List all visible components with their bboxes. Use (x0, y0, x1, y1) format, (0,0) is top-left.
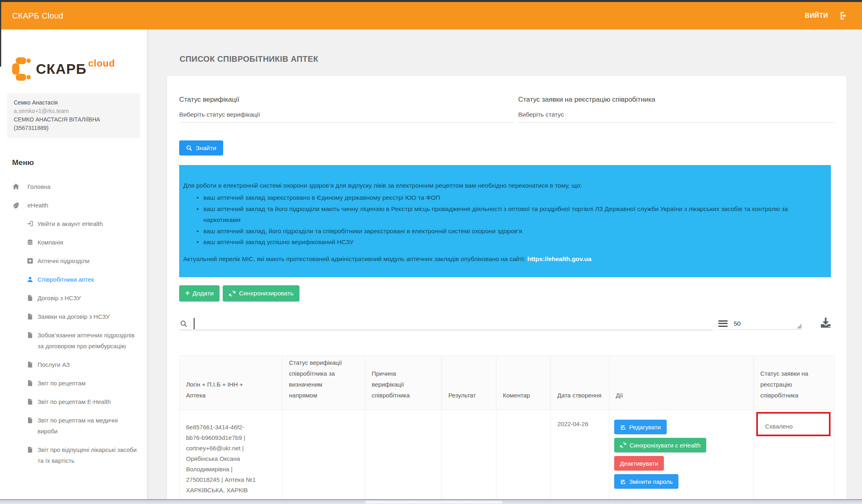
list-controls: 50 (179, 318, 834, 330)
column-verification-status: Статус верифікації співробітника за визн… (282, 356, 365, 410)
sync-ehealth-button[interactable]: Синхронізувати с eHealth (614, 438, 706, 452)
user-email: a.semko+1@rks.team (14, 107, 134, 115)
text-cursor (194, 318, 195, 329)
content-card: Статус верифікації Виберіть статус вериф… (167, 76, 846, 499)
database-icon (27, 239, 33, 246)
find-button-label: Знайти (196, 144, 216, 152)
add-button[interactable]: + Додати (179, 285, 220, 301)
ehealth-notice-box: Для роботи в електронній системі охорони… (179, 165, 831, 277)
sidebar-item-label: Аптечні підрозділи (38, 255, 90, 266)
add-button-label: Додати (192, 290, 213, 297)
notice-intro: Для роботи в електронній системі охорони… (183, 180, 819, 191)
notice-bullet: ваш аптечний заклад, його підрозділи та … (183, 226, 819, 237)
plus-square-icon (27, 257, 33, 264)
request-status-select[interactable]: Виберіть статус (518, 111, 834, 123)
ehealth-site-link[interactable]: https://ehealth.gov.ua (527, 255, 592, 262)
sidebar-item-company[interactable]: Компанія (0, 233, 147, 252)
cell-verification-status (282, 410, 365, 500)
sidebar-item-nszu-contract[interactable]: Договір з НСЗУ (0, 289, 147, 307)
cell-actions: Редагувати Синхронізувати с eHealth Деак… (609, 410, 754, 500)
sidebar-item-pharmacy-staff[interactable]: Співробітники аптек (0, 270, 147, 289)
table-toolbar: + Додати Синхронизировать (179, 285, 834, 301)
logout-button[interactable]: ВИЙТИ (805, 12, 828, 19)
cell-verification-reason (365, 410, 442, 500)
status-value: Схвалено (765, 423, 793, 430)
sync-button-label: Синхронизировать (239, 290, 293, 297)
column-actions: Дії (609, 356, 754, 410)
sidebar-item-label: Співробітники аптек (38, 274, 94, 285)
sidebar-item-pharmacy-units[interactable]: Аптечні підрозділи (0, 252, 147, 270)
synchronize-button[interactable]: Синхронизировать (223, 285, 299, 301)
list-icon (718, 320, 728, 327)
sidebar-item-label: Заявки на договір з НСЗУ (38, 311, 110, 322)
file-icon (27, 417, 33, 424)
download-icon[interactable] (819, 316, 833, 330)
sidebar-item-label: eHealth (27, 200, 48, 211)
logo-icon (12, 57, 31, 81)
sidebar-menu: Головна eHealth Увійти в акаунт eHealth … (0, 178, 147, 470)
sign-out-icon[interactable] (839, 11, 848, 21)
sidebar-item-ehealth[interactable]: eHealth (0, 196, 147, 215)
cell-request-status: Схвалено (754, 410, 835, 500)
sidebar-item-label: Звіт по рецептам E-Health (38, 396, 111, 407)
logo-cloud-text: cloud (88, 58, 115, 69)
sidebar-item-label: Звіт по рецептам (38, 378, 86, 389)
column-verification-reason: Причина верифікації співробітника (365, 356, 442, 410)
sidebar: СКАРБ cloud Семко Анастасія a.semko+1@rk… (0, 29, 147, 499)
app-title: СКАРБ Cloud (12, 11, 63, 21)
window-left-edge (0, 0, 1, 67)
notice-bullet: ваш аптечний заклад успішно верифіковани… (183, 236, 819, 248)
sidebar-item-medical-devices-report[interactable]: Звіт по рецептам на медичні вироби (0, 411, 147, 441)
sidebar-item-nszu-contract-requests[interactable]: Заявки на договір з НСЗУ (0, 307, 147, 326)
sidebar-item-az-services[interactable]: Послуги АЗ (0, 356, 147, 374)
column-result: Результат (442, 356, 496, 410)
verification-status-label: Статус верифікації (179, 96, 514, 104)
logo-text: СКАРБ (36, 61, 86, 77)
page-size-select[interactable]: 50 (718, 318, 801, 330)
sync-icon (620, 442, 626, 448)
file-icon (27, 313, 33, 320)
window-top-edge (0, 0, 862, 2)
home-icon (12, 183, 20, 190)
user-icon (27, 276, 33, 283)
edit-icon (620, 479, 626, 485)
file-icon (27, 332, 33, 339)
user-full-name: СЕМКО АНАСТАСІЯ ВІТАЛІЇВНА (14, 115, 134, 124)
sidebar-item-reimbursement-obligations[interactable]: Зобов’язання аптечних підрозділів за дог… (0, 326, 147, 356)
sidebar-item-home[interactable]: Головна (0, 178, 147, 196)
select-corner-icon (797, 324, 801, 328)
notice-bullet: ваш аптечний заклад зареєстровано в Єдин… (183, 192, 819, 203)
sidebar-item-prescription-report[interactable]: Звіт по рецептам (0, 374, 147, 393)
sidebar-item-prescription-report-ehealth[interactable]: Звіт по рецептам E-Health (0, 393, 147, 411)
edit-icon (620, 424, 626, 430)
notice-bullet: ваш аптечний заклад та його підрозділи м… (183, 203, 819, 226)
user-info-panel: Семко Анастасія a.semko+1@rks.team СЕМКО… (7, 93, 140, 138)
search-input[interactable] (179, 318, 713, 330)
employees-table: Логін + П.І.Б + ІНН + Аптека Статус вери… (179, 356, 835, 499)
menu-title: Меню (12, 158, 147, 167)
file-icon (27, 398, 33, 405)
verification-status-select[interactable]: Виберіть статус верифікації (179, 111, 514, 123)
change-password-button[interactable]: Змінити пароль (614, 474, 678, 489)
leaf-icon (12, 201, 20, 209)
cell-comment (496, 410, 551, 500)
find-button[interactable]: Знайти (179, 140, 223, 155)
scrollbar-thumb[interactable] (365, 501, 502, 504)
page-size-value: 50 (734, 320, 741, 327)
file-icon (27, 380, 33, 387)
main-content: СПИСОК СПІВРОБІТНИКІВ АПТЕК Статус вериф… (147, 29, 862, 499)
sidebar-item-label: Головна (27, 181, 50, 192)
cell-result (442, 410, 496, 500)
app-logo[interactable]: СКАРБ cloud (12, 55, 147, 83)
file-icon (27, 361, 33, 368)
cell-login: 6e857661-3414-46f2-bb76-b96093d1e7b9 | c… (180, 410, 282, 500)
search-icon (180, 320, 188, 328)
horizontal-scrollbar[interactable] (0, 499, 862, 504)
plus-icon: + (185, 289, 190, 297)
sidebar-item-ehealth-login[interactable]: Увійти в акаунт eHealth (0, 215, 147, 233)
sidebar-item-label: Компанія (38, 237, 63, 248)
sidebar-item-dispensed-drugs-report[interactable]: Звіт про відпущені лікарські засоби та ї… (0, 441, 147, 470)
edit-button[interactable]: Редагувати (614, 420, 667, 434)
sidebar-item-label: Звіт про відпущені лікарські засоби та ї… (38, 444, 139, 466)
deactivate-button[interactable]: Деактивувати (614, 456, 664, 471)
